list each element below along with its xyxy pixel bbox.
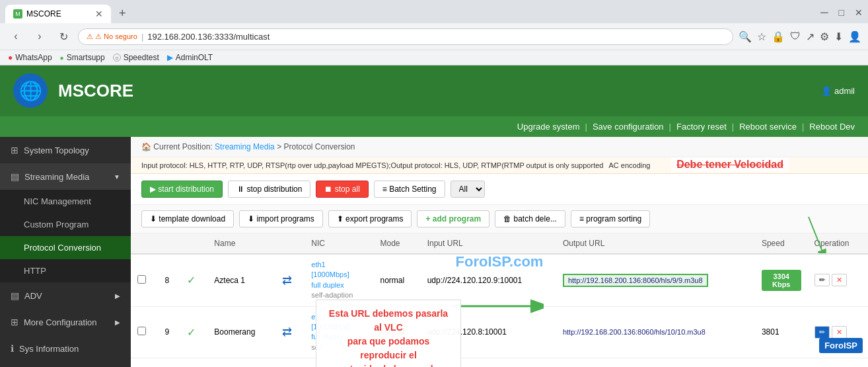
sidebar-item-http[interactable]: HTTP (0, 259, 131, 282)
row9-checkbox[interactable] (137, 327, 146, 335)
sidebar-label-adv: ADV (24, 291, 42, 301)
more-config-icon: ⊞ (11, 317, 18, 327)
sidebar-item-sys-information[interactable]: ℹ Sys Information (0, 335, 131, 362)
new-tab-button[interactable]: + (114, 4, 131, 23)
breadcrumb-home-icon: 🏠 (141, 142, 151, 151)
row8-checkbox[interactable] (137, 275, 146, 284)
col-icon (275, 233, 305, 254)
row8-operations: ✏ ✕ (808, 254, 868, 306)
sidebar-item-adv[interactable]: ▤ ADV ▶ (0, 282, 131, 309)
row8-checkbox-cell (131, 254, 158, 306)
security-warning: ⚠ ⚠ No seguro (87, 32, 137, 41)
row8-input-url: udp://224.120.120.9:10001 (421, 254, 556, 306)
row8-nic: eth1 [1000Mbps] full duplex self-adaptio… (305, 254, 373, 306)
programs-table: Name NIC Mode Input URL Output URL Speed… (131, 233, 868, 358)
app-title: MSCORE (58, 81, 133, 101)
col-checkbox (131, 233, 158, 254)
user-icon[interactable]: 👤 (848, 30, 861, 43)
col-output-url: Output URL (556, 233, 755, 254)
lock-icon[interactable]: 🔒 (772, 30, 785, 43)
close-window-icon[interactable]: ✕ (855, 7, 863, 18)
row9-icon-cell: ⇄ (275, 306, 305, 358)
sidebar-label-streaming-media: Streaming Media (24, 172, 89, 182)
breadcrumb-sep: > (277, 142, 283, 151)
export-programs-button[interactable]: ⬆ export programs (328, 210, 412, 227)
maximize-icon[interactable]: □ (839, 7, 844, 18)
row8-nic-adapt: self-adaption (311, 291, 353, 299)
sidebar-item-system-topology[interactable]: ⊞ System Topology (0, 137, 131, 163)
row9-stream-icon: ⇄ (282, 325, 292, 339)
add-program-button[interactable]: + add program (417, 210, 489, 227)
system-topology-icon: ⊞ (11, 145, 18, 155)
reboot-service-link[interactable]: Reboot service (739, 122, 797, 132)
start-distribution-button[interactable]: ▶ start distribution (141, 181, 223, 198)
minimize-icon[interactable]: ─ (820, 7, 828, 19)
row8-delete-button[interactable]: ✕ (832, 274, 847, 286)
all-select[interactable]: All (451, 181, 485, 198)
batch-delete-button[interactable]: 🗑 batch dele... (495, 210, 565, 227)
sidebar-item-more-config[interactable]: ⊞ More Configuration ▶ (0, 309, 131, 335)
row8-nic-duplex: full duplex (311, 281, 344, 289)
table-section: ForoISP.com Esta URL debemos pasarla al … (131, 233, 868, 358)
adminolt-icon: ▶ (167, 53, 173, 62)
stop-all-button[interactable]: ⏹ stop all (316, 181, 368, 198)
sidebar-item-nic-management[interactable]: NIC Management (0, 190, 131, 213)
shield-icon[interactable]: 🛡 (790, 30, 801, 42)
foroISP-label: ForoISP (819, 338, 863, 353)
breadcrumb-streaming-media[interactable]: Streaming Media (215, 142, 275, 151)
row9-edit-button[interactable]: ✏ (814, 326, 830, 339)
program-sorting-button[interactable]: ≡ program sorting (571, 210, 650, 227)
row9-status: ✓ (180, 306, 207, 358)
bookmarks-bar: ● WhatsApp ● Smartsupp ○ Speedtest ▶ Adm… (0, 50, 868, 65)
import-programs-button[interactable]: ⬇ import programs (239, 210, 323, 227)
row9-status-check: ✓ (187, 327, 196, 338)
bookmark-adminolt[interactable]: ▶ AdminOLT (167, 53, 213, 62)
close-tab-icon[interactable]: ✕ (95, 9, 103, 19)
address-bar[interactable]: ⚠ ⚠ No seguro | 192.168.200.136:3333/mul… (78, 28, 733, 45)
sidebar-item-protocol-conversion[interactable]: Protocol Conversion (0, 236, 131, 259)
adv-arrow: ▶ (115, 292, 120, 300)
factory-reset-link[interactable]: Factory reset (676, 122, 727, 132)
url-comment-text: Esta URL debemos pasarla al VLCpara que … (329, 308, 448, 367)
stop-distribution-button[interactable]: ⏸ stop distribution (228, 181, 310, 198)
share-icon[interactable]: ↗ (806, 30, 814, 43)
browser-tab[interactable]: M MSCORE ✕ (5, 5, 111, 23)
more-config-arrow: ▶ (115, 319, 120, 326)
batch-setting-button[interactable]: ≡ Batch Setting (374, 181, 445, 198)
search-icon[interactable]: 🔍 (739, 30, 752, 43)
row8-speed: 3304 Kbps (755, 254, 808, 306)
browser-toolbar-icons: 🔍 ☆ 🔒 🛡 ↗ ⚙ ⬇ 👤 (739, 30, 861, 43)
row8-name: Azteca 1 (207, 254, 275, 306)
sidebar-sub-streaming: NIC Management Custom Program Protocol C… (0, 190, 131, 282)
star-icon[interactable]: ☆ (757, 30, 766, 43)
row9-delete-button[interactable]: ✕ (832, 326, 847, 339)
row8-edit-button[interactable]: ✏ (814, 274, 830, 286)
main-layout: ⊞ System Topology ▤ Streaming Media ▼ NI… (0, 137, 868, 367)
bookmark-smartsupp[interactable]: ● Smartsupp (60, 53, 105, 62)
row8-id: 8 (158, 254, 180, 306)
bookmark-whatsapp[interactable]: ● WhatsApp (8, 53, 52, 62)
save-configuration-link[interactable]: Save configuration (593, 122, 664, 132)
bookmark-speedtest[interactable]: ○ Speedtest (113, 53, 159, 62)
sidebar-item-custom-program[interactable]: Custom Program (0, 213, 131, 236)
row9-name: Boomerang (207, 306, 275, 358)
back-button[interactable]: ‹ (7, 27, 25, 46)
table-wrap: Name NIC Mode Input URL Output URL Speed… (131, 233, 868, 358)
row8-icon-cell: ⇄ (275, 254, 305, 306)
whatsapp-icon: ● (8, 53, 13, 62)
reboot-dev-link[interactable]: Reboot Dev (809, 122, 855, 132)
breadcrumb-protocol-conversion: Protocol Conversion (283, 142, 355, 151)
sidebar: ⊞ System Topology ▤ Streaming Media ▼ NI… (0, 137, 131, 367)
download-icon[interactable]: ⬇ (834, 30, 843, 43)
upgrade-system-link[interactable]: Upgrade system (517, 122, 580, 132)
breadcrumb: 🏠 Current Position: Streaming Media > Pr… (131, 137, 868, 157)
forward-button[interactable]: › (30, 27, 49, 46)
col-operation: Operation (808, 233, 868, 254)
sidebar-item-streaming-media[interactable]: ▤ Streaming Media ▼ (0, 163, 131, 190)
settings-icon[interactable]: ⚙ (820, 30, 829, 43)
reload-button[interactable]: ↻ (54, 27, 73, 46)
row9-speed-value: 3801 (762, 327, 779, 337)
template-download-button[interactable]: ⬇ template download (141, 210, 234, 227)
sidebar-label-system-topology: System Topology (24, 145, 89, 155)
alert-suffix: AC encoding (608, 161, 650, 169)
